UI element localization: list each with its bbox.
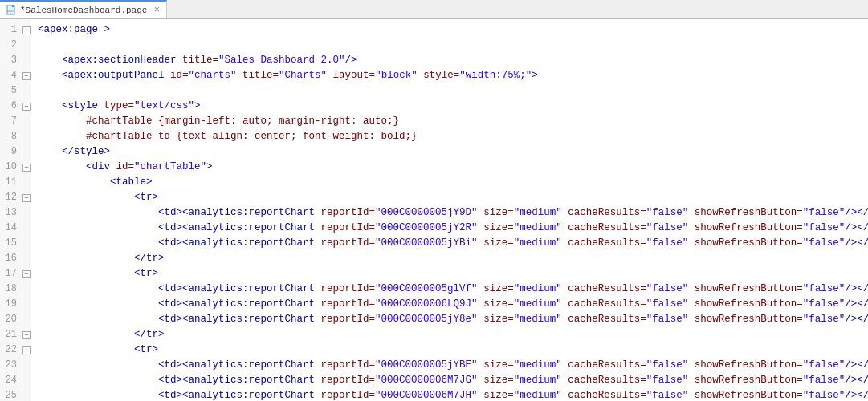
fold-cell[interactable]: − — [22, 266, 31, 282]
fold-cell — [22, 205, 31, 221]
code-line — [31, 38, 868, 53]
line-number: 23 — [0, 358, 22, 373]
code-line: </style> — [31, 144, 868, 160]
fold-cell[interactable]: − — [22, 22, 31, 38]
line-number: 24 — [0, 373, 22, 388]
line-number: 2 — [0, 38, 22, 53]
fold-collapse-btn[interactable]: − — [22, 72, 31, 80]
line-number: 3 — [0, 53, 22, 68]
tab-label: *SalesHomeDashboard.page — [20, 6, 147, 15]
code-line: <apex:outputPanel id="charts" title="Cha… — [31, 68, 868, 83]
line-number: 15 — [0, 236, 22, 251]
fold-cell[interactable]: − — [22, 327, 31, 342]
fold-cell — [22, 388, 31, 401]
fold-cell — [22, 236, 31, 251]
code-line: <td><analytics:reportChart reportId="000… — [31, 312, 868, 327]
code-line: </tr> — [31, 327, 868, 342]
page-icon: X — [6, 5, 17, 16]
line-number: 16 — [0, 251, 22, 266]
line-number: 17 — [0, 266, 22, 282]
fold-collapse-btn[interactable]: − — [22, 331, 31, 339]
fold-gutter: −−−−−−−− — [22, 19, 31, 401]
fold-cell — [22, 175, 31, 190]
code-line: <td><analytics:reportChart reportId="000… — [31, 236, 868, 251]
code-line: <td><analytics:reportChart reportId="000… — [31, 282, 868, 297]
fold-cell — [22, 373, 31, 388]
fold-cell — [22, 38, 31, 53]
fold-cell — [22, 221, 31, 236]
line-number: 4 — [0, 68, 22, 83]
code-line: </tr> — [31, 251, 868, 266]
code-line: <tr> — [31, 266, 868, 282]
fold-cell — [22, 251, 31, 266]
code-content: <apex:page > <apex:sectionHeader title="… — [31, 19, 868, 401]
line-number: 19 — [0, 297, 22, 312]
line-number: 25 — [0, 388, 22, 401]
code-line: <table> — [31, 175, 868, 190]
fold-collapse-btn[interactable]: − — [22, 194, 31, 202]
code-line: <apex:page > — [31, 22, 868, 38]
fold-cell — [22, 358, 31, 373]
code-line: <apex:sectionHeader title="Sales Dashboa… — [31, 53, 868, 68]
code-editor: 1234567891011121314151617181920212223242… — [0, 19, 868, 401]
line-number: 9 — [0, 144, 22, 160]
line-number: 7 — [0, 114, 22, 129]
fold-cell[interactable]: − — [22, 99, 31, 114]
line-number: 22 — [0, 342, 22, 358]
fold-collapse-btn[interactable]: − — [22, 103, 31, 111]
fold-collapse-btn[interactable]: − — [22, 270, 31, 278]
code-line: <td><analytics:reportChart reportId="000… — [31, 221, 868, 236]
code-line — [31, 83, 868, 99]
code-line: <tr> — [31, 342, 868, 358]
code-line: <td><analytics:reportChart reportId="000… — [31, 373, 868, 388]
fold-cell[interactable]: − — [22, 190, 31, 205]
code-line: #chartTable {margin-left: auto; margin-r… — [31, 114, 868, 129]
tab-bar: X *SalesHomeDashboard.page × — [0, 0, 868, 19]
line-number: 21 — [0, 327, 22, 342]
fold-cell[interactable]: − — [22, 160, 31, 175]
code-line: <td><analytics:reportChart reportId="000… — [31, 205, 868, 221]
fold-cell — [22, 114, 31, 129]
line-number: 11 — [0, 175, 22, 190]
fold-cell — [22, 144, 31, 160]
active-tab[interactable]: X *SalesHomeDashboard.page × — [0, 0, 167, 18]
line-number: 14 — [0, 221, 22, 236]
fold-cell — [22, 129, 31, 144]
code-line: <div id="chartTable"> — [31, 160, 868, 175]
fold-cell — [22, 297, 31, 312]
editor-window: X *SalesHomeDashboard.page × 12345678910… — [0, 0, 868, 401]
code-line: <td><analytics:reportChart reportId="000… — [31, 297, 868, 312]
line-number: 10 — [0, 160, 22, 175]
code-line: <td><analytics:reportChart reportId="000… — [31, 358, 868, 373]
fold-cell — [22, 83, 31, 99]
fold-cell — [22, 282, 31, 297]
code-line: <td><analytics:reportChart reportId="000… — [31, 388, 868, 401]
line-number: 1 — [0, 22, 22, 38]
line-number: 8 — [0, 129, 22, 144]
code-line: <tr> — [31, 190, 868, 205]
svg-rect-1 — [12, 5, 14, 7]
fold-collapse-btn[interactable]: − — [22, 346, 31, 354]
fold-cell — [22, 53, 31, 68]
line-number: 13 — [0, 205, 22, 221]
line-numbers: 1234567891011121314151617181920212223242… — [0, 19, 22, 401]
line-number: 6 — [0, 99, 22, 114]
code-line: <style type="text/css"> — [31, 99, 868, 114]
fold-collapse-btn[interactable]: − — [22, 164, 31, 172]
line-number: 5 — [0, 83, 22, 99]
line-number: 12 — [0, 190, 22, 205]
tab-close-btn[interactable]: × — [153, 5, 160, 15]
line-number: 20 — [0, 312, 22, 327]
fold-collapse-btn[interactable]: − — [22, 26, 31, 34]
fold-cell[interactable]: − — [22, 68, 31, 83]
code-line: #chartTable td {text-align: center; font… — [31, 129, 868, 144]
fold-cell[interactable]: − — [22, 342, 31, 358]
line-number: 18 — [0, 282, 22, 297]
fold-cell — [22, 312, 31, 327]
